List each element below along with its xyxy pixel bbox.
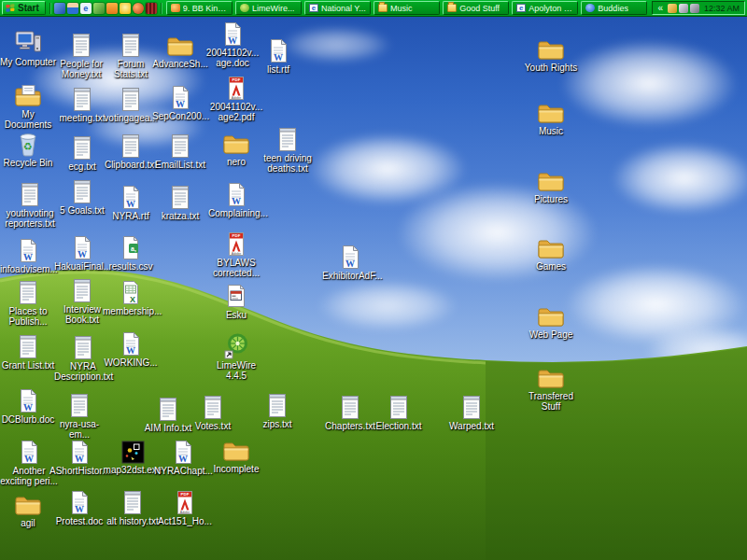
desktop-icon-agil[interactable]: agil [0, 489, 56, 528]
svg-text:a,: a, [131, 245, 136, 253]
desktop-icon-dcblurb-doc[interactable]: WDCBlurb.doc [0, 385, 56, 425]
desktop-icon-youthvoting-reporters-txt[interactable]: youthvoting reporters.txt [1, 179, 59, 229]
winamp-icon[interactable] [146, 3, 157, 14]
doc-icon: W [0, 385, 56, 413]
desktop-icon-transfered-stuff[interactable]: Transfered Stuff [523, 362, 579, 412]
folder-icon [0, 489, 56, 517]
aim-icon[interactable] [120, 3, 131, 14]
desktop-icon-meeting-txt[interactable]: meeting.txt [54, 84, 110, 123]
messenger-person-icon[interactable] [67, 3, 78, 14]
desktop-icon-limewire-4-4-5[interactable]: LimeWire 4.4.5 [208, 331, 264, 381]
desktop-icon-kratza-txt[interactable]: kratza.txt [152, 182, 208, 221]
desktop-icon-alt-history-txt[interactable]: alt history.txt [105, 487, 161, 526]
icon-label: Warped.txt [444, 421, 500, 431]
desktop-icon-warped-txt[interactable]: Warped.txt [444, 392, 500, 431]
outlook-express-icon[interactable] [54, 3, 65, 14]
desktop-icon-advancesh[interactable]: AdvanceSh... [152, 30, 208, 69]
app-icon [208, 281, 264, 309]
desktop-icon-nyra-usa-em[interactable]: nyra-usa-em... [51, 390, 107, 440]
desktop-icon-ashorthistor[interactable]: WAShortHistor.... [49, 437, 109, 476]
desktop-icon-5-goals-txt[interactable]: 5 Goals.txt [54, 176, 110, 216]
desktop-icon-results-csv[interactable]: a,results.csv [103, 232, 159, 272]
taskbar-button-apolyton-c[interactable]: Apolyton C... [512, 1, 578, 15]
desktop-icon-youth-rights[interactable]: Youth Rights [523, 34, 579, 73]
doc-icon: W [154, 437, 212, 465]
doc-icon: W [49, 437, 109, 465]
desktop-icon-music[interactable]: Music [523, 97, 579, 136]
desktop-icons[interactable]: My ComputerPeople for Money.txtForum Sta… [0, 0, 747, 560]
desktop-icon-20041102v-age2-pdf[interactable]: PDFAdobe20041102v... age2.pdf [207, 73, 265, 122]
start-button[interactable]: Start [2, 1, 46, 15]
desktop-icon-incomplete[interactable]: Incomplete [208, 435, 264, 474]
taskbar-button-9-bb-king[interactable]: 9. BB King... [166, 1, 233, 15]
desktop-icon-protest-doc[interactable]: WProtest.doc [51, 487, 107, 526]
desktop-icon-bylaws-corrected[interactable]: PDFAdobeBYLAWS corrected... [208, 229, 264, 278]
tray-icon-3[interactable] [690, 4, 699, 13]
desktop-icon-exhibitoradf[interactable]: WExhibitorAdF... [322, 242, 378, 281]
desktop-icon-ecg-txt[interactable]: ecg.txt [54, 133, 110, 172]
txt-icon [54, 133, 110, 161]
desktop-icon-nero[interactable]: nero [208, 128, 264, 167]
desktop-icon-people-for-money-txt[interactable]: People for Money.txt [53, 30, 109, 79]
icon-label: alt history.txt [105, 516, 161, 526]
taskbar-button-music[interactable]: Music [374, 1, 440, 15]
svg-text:W: W [126, 199, 135, 209]
desktop-icon-zips-txt[interactable]: zips.txt [249, 390, 305, 429]
icon-label: Chapters.txt [322, 421, 378, 431]
icon-label: Votes.txt [185, 421, 241, 431]
txt-icon [54, 275, 110, 303]
svg-text:W: W [228, 35, 237, 46]
desktop-icon-web-page[interactable]: Web Page [523, 301, 579, 340]
desktop-icon-forum-stats-txt[interactable]: Forum Stats.txt [103, 30, 159, 79]
xls-icon: X [103, 277, 159, 305]
taskbar-button-buddies[interactable]: Buddies [581, 1, 647, 15]
desktop-icon-infoadvisem[interactable]: Winfoadvisem... [0, 235, 56, 274]
desktop-icon-election-txt[interactable]: Election.txt [371, 392, 427, 431]
desktop-icon-votes-txt[interactable]: Votes.txt [185, 392, 241, 431]
task-label: National Y... [321, 4, 366, 13]
taskbar-button-national-y[interactable]: National Y... [304, 1, 371, 15]
desktop-icon-chapters-txt[interactable]: Chapters.txt [322, 392, 378, 431]
desktop-icon-my-computer[interactable]: My Computer [0, 28, 56, 67]
desktop-icon-places-to-publish[interactable]: Places to Publish... [0, 277, 56, 327]
desktop-icon-emaillist-txt[interactable]: EmailList.txt [152, 131, 208, 170]
icon-label: 20041102v... age2.pdf [207, 102, 265, 122]
icon-label: votingagea... [103, 113, 159, 123]
desktop-icon-grant-list-txt[interactable]: Grant List.txt [0, 331, 56, 371]
svg-text:W: W [178, 454, 188, 464]
desktop-icon-working[interactable]: WWORKING... [103, 329, 159, 368]
svg-text:Adobe: Adobe [232, 96, 241, 100]
desktop-icon-sepcon200[interactable]: WSepCon200... [152, 82, 208, 121]
desktop-icon-list-rtf[interactable]: Wlist.rtf [250, 35, 306, 75]
svg-text:Adobe: Adobe [232, 252, 241, 256]
desktop-icon-teen-driving-deaths-txt[interactable]: teen driving deaths.txt [258, 124, 317, 174]
desktop-icon-interview-book-txt[interactable]: Interview Book.txt [54, 275, 110, 325]
tray-chevron[interactable]: « [657, 3, 663, 13]
desktop-icon-hakuaifinal[interactable]: WHakuaiFinal... [54, 232, 110, 272]
desktop-icon-esku[interactable]: Esku [208, 281, 264, 320]
taskbar-button-limewire[interactable]: LimeWire... [235, 1, 302, 15]
tray-icon-1[interactable] [668, 4, 677, 13]
desktop-icon-clipboard-txt[interactable]: Clipboard.txt [103, 131, 159, 170]
desktop-icon-pictures[interactable]: Pictures [523, 165, 579, 204]
tray-volume-icon[interactable] [679, 4, 688, 13]
desktop-icon-membership[interactable]: Xmembership... [103, 277, 159, 316]
txt-icon [185, 392, 241, 420]
taskbar-button-good-stuff[interactable]: Good Stuff [443, 1, 509, 15]
txt-icon [152, 182, 208, 210]
icon-label: Complaining... [208, 208, 264, 218]
desktop-icon-act151-ho[interactable]: PDFAdobeAct151_Ho... [157, 487, 213, 526]
desktop-icon-my-documents[interactable]: My Documents [0, 80, 56, 130]
desktop-icon-complaining[interactable]: WComplaining... [208, 179, 264, 218]
desktop-icon-recycle-bin[interactable]: ♻Recycle Bin [0, 129, 56, 168]
pdf-icon: PDFAdobe [208, 229, 264, 257]
txt-icon [103, 131, 159, 159]
desktop-icon-votingagea[interactable]: votingagea... [103, 84, 159, 123]
firebird-icon[interactable] [133, 3, 144, 14]
desktop-icon-nyra-rtf[interactable]: WNYRA.rtf [103, 182, 159, 221]
paint-tools-icon[interactable] [93, 3, 105, 14]
orange-app-icon[interactable] [106, 3, 118, 14]
desktop-icon-nyrachapt[interactable]: WNYRAChapt... [154, 437, 212, 476]
internet-explorer-icon[interactable] [80, 3, 92, 14]
desktop-icon-games[interactable]: Games [523, 232, 579, 272]
